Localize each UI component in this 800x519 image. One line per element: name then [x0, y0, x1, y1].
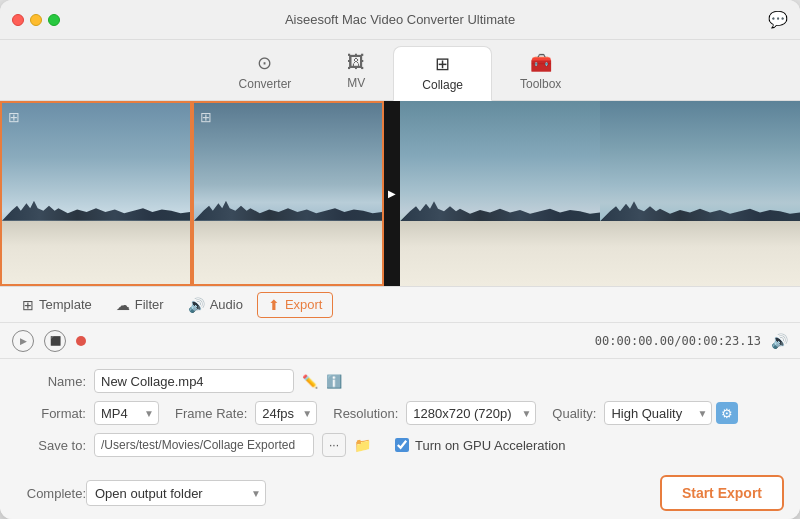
- chat-icon[interactable]: 💬: [768, 10, 788, 29]
- maximize-button[interactable]: [48, 14, 60, 26]
- video-thumb-1: [2, 103, 190, 284]
- video-thumb-2: [194, 103, 382, 284]
- volume-icon[interactable]: 🔊: [771, 333, 788, 349]
- close-button[interactable]: [12, 14, 24, 26]
- time-display: 00:00:00.00/00:00:23.13: [595, 334, 761, 348]
- framerate-label: Frame Rate:: [175, 406, 247, 421]
- ctrl-tab-export-label: Export: [285, 297, 323, 312]
- form-area: Name: ✏️ ℹ️ Format: MP4 MOV AVI ▼ Frame …: [0, 359, 800, 467]
- video-clip-1[interactable]: ⊞: [0, 101, 192, 286]
- quality-label: Quality:: [552, 406, 596, 421]
- divider-handle[interactable]: ▶: [384, 101, 400, 286]
- tab-converter[interactable]: ⊙ Converter: [211, 46, 320, 100]
- audio-icon: 🔊: [188, 297, 205, 313]
- start-export-button[interactable]: Start Export: [660, 475, 784, 511]
- save-path-input[interactable]: [94, 433, 314, 457]
- video-thumb-4: [600, 101, 800, 286]
- control-tab-row: ⊞ Template ☁ Filter 🔊 Audio ⬆ Export: [0, 287, 800, 323]
- framerate-wrapper: 24fps 30fps 60fps ▼: [255, 401, 317, 425]
- app-window: Aiseesoft Mac Video Converter Ultimate 💬…: [0, 0, 800, 519]
- save-label: Save to:: [16, 438, 86, 453]
- name-row: Name: ✏️ ℹ️: [16, 365, 784, 397]
- video-thumb-3: [400, 101, 600, 286]
- quality-wrapper: High Quality Standard Low ▼ ⚙: [604, 401, 738, 425]
- tab-toolbox[interactable]: 🧰 Toolbox: [492, 46, 589, 100]
- playback-row: ▶ ⬛ 00:00:00.00/00:00:23.13 🔊: [0, 323, 800, 359]
- export-icon: ⬆: [268, 297, 280, 313]
- tab-collage-label: Collage: [422, 78, 463, 92]
- info-icon[interactable]: ℹ️: [326, 374, 342, 389]
- ctrl-tab-export[interactable]: ⬆ Export: [257, 292, 334, 318]
- minimize-button[interactable]: [30, 14, 42, 26]
- resolution-label: Resolution:: [333, 406, 398, 421]
- video-clip-2[interactable]: ⊞: [192, 101, 384, 286]
- tab-mv[interactable]: 🖼 MV: [319, 46, 393, 100]
- time-current: 00:00:00.00: [595, 334, 674, 348]
- ctrl-tab-template-label: Template: [39, 297, 92, 312]
- time-total: 00:00:23.13: [682, 334, 761, 348]
- gpu-label: Turn on GPU Acceleration: [415, 438, 566, 453]
- folder-icon[interactable]: 📁: [354, 437, 371, 453]
- nav-tabs: ⊙ Converter 🖼 MV ⊞ Collage 🧰 Toolbox: [0, 40, 800, 101]
- tab-toolbox-label: Toolbox: [520, 77, 561, 91]
- gpu-row: Turn on GPU Acceleration: [395, 438, 566, 453]
- ctrl-tab-template[interactable]: ⊞ Template: [12, 293, 102, 317]
- traffic-lights: [12, 14, 60, 26]
- clip-2-indicator: ⊞: [200, 109, 212, 125]
- controls-bar: ⊞ Template ☁ Filter 🔊 Audio ⬆ Export ▶ ⬛…: [0, 286, 800, 519]
- record-indicator: [76, 336, 86, 346]
- gpu-checkbox[interactable]: [395, 438, 409, 452]
- name-label: Name:: [16, 374, 86, 389]
- format-wrapper: MP4 MOV AVI ▼: [94, 401, 159, 425]
- video-area: ⊞ ⊞ ▶: [0, 101, 800, 286]
- quality-select-wrapper: High Quality Standard Low ▼: [604, 401, 712, 425]
- browse-button[interactable]: ···: [322, 433, 346, 457]
- resolution-select[interactable]: 1280x720 (720p) 1920x1080 (1080p) 3840x2…: [406, 401, 536, 425]
- quality-settings-button[interactable]: ⚙: [716, 402, 738, 424]
- bottom-row: Complete: Open output folder Do nothing …: [0, 467, 800, 519]
- format-select[interactable]: MP4 MOV AVI: [94, 401, 159, 425]
- stop-button[interactable]: ⬛: [44, 330, 66, 352]
- ctrl-tab-filter-label: Filter: [135, 297, 164, 312]
- right-video-panel: [400, 101, 800, 286]
- complete-select-wrapper: Open output folder Do nothing Shut down …: [86, 480, 266, 506]
- left-video-panel: ⊞ ⊞ ▶: [0, 101, 400, 286]
- clip-1-indicator: ⊞: [8, 109, 20, 125]
- mv-icon: 🖼: [347, 52, 365, 73]
- ctrl-tab-audio-label: Audio: [210, 297, 243, 312]
- tab-mv-label: MV: [347, 76, 365, 90]
- ctrl-tab-audio[interactable]: 🔊 Audio: [178, 293, 253, 317]
- ctrl-tab-filter[interactable]: ☁ Filter: [106, 293, 174, 317]
- format-row: Format: MP4 MOV AVI ▼ Frame Rate: 24fps …: [16, 397, 784, 429]
- complete-select[interactable]: Open output folder Do nothing Shut down: [86, 480, 266, 506]
- collage-icon: ⊞: [435, 53, 450, 75]
- converter-icon: ⊙: [257, 52, 272, 74]
- template-icon: ⊞: [22, 297, 34, 313]
- tab-converter-label: Converter: [239, 77, 292, 91]
- quality-select[interactable]: High Quality Standard Low: [604, 401, 712, 425]
- framerate-select[interactable]: 24fps 30fps 60fps: [255, 401, 317, 425]
- toolbox-icon: 🧰: [530, 52, 552, 74]
- edit-icon[interactable]: ✏️: [302, 374, 318, 389]
- resolution-wrapper: 1280x720 (720p) 1920x1080 (1080p) 3840x2…: [406, 401, 536, 425]
- video-clip-3[interactable]: [400, 101, 600, 286]
- save-row: Save to: ··· 📁 Turn on GPU Acceleration: [16, 429, 784, 461]
- filter-icon: ☁: [116, 297, 130, 313]
- complete-label: Complete:: [16, 486, 86, 501]
- tab-collage[interactable]: ⊞ Collage: [393, 46, 492, 101]
- title-bar: Aiseesoft Mac Video Converter Ultimate 💬: [0, 0, 800, 40]
- video-clip-4[interactable]: [600, 101, 800, 286]
- format-label: Format:: [16, 406, 86, 421]
- play-button[interactable]: ▶: [12, 330, 34, 352]
- name-input[interactable]: [94, 369, 294, 393]
- app-title: Aiseesoft Mac Video Converter Ultimate: [285, 12, 515, 27]
